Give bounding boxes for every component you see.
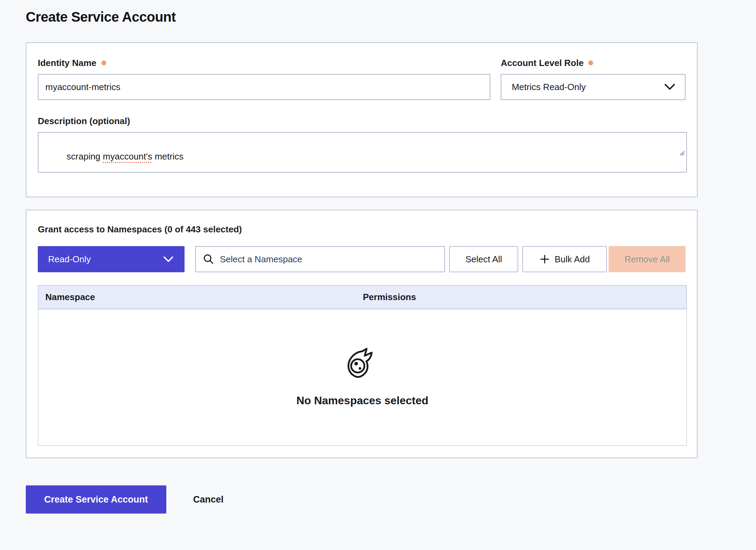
namespaces-table: Namespace Permissions No Namespaces sele…	[38, 285, 687, 446]
required-dot-icon	[588, 60, 593, 65]
account-level-role-select[interactable]: Metrics Read-Only	[501, 74, 686, 100]
plus-icon	[540, 254, 550, 264]
identity-panel: Identity Name Account Level Role Metrics…	[26, 42, 698, 197]
account-role-label-row: Account Level Role	[501, 57, 686, 68]
namespaces-heading: Grant access to Namespaces (0 of 443 sel…	[38, 224, 686, 235]
cancel-button[interactable]: Cancel	[193, 494, 224, 505]
description-label: Description (optional)	[38, 116, 130, 126]
resize-handle-icon[interactable]	[653, 136, 685, 171]
identity-name-label: Identity Name	[38, 58, 97, 68]
permission-role-selected-value: Read-Only	[48, 254, 91, 265]
bulk-add-button[interactable]: Bulk Add	[522, 246, 607, 272]
create-service-account-button[interactable]: Create Service Account	[26, 485, 166, 514]
column-header-permissions: Permissions	[363, 292, 686, 302]
permission-role-dropdown[interactable]: Read-Only	[38, 246, 185, 272]
namespaces-controls-row: Read-Only Select All	[38, 246, 686, 272]
description-label-row: Description (optional)	[38, 116, 686, 126]
identity-role-row: Identity Name Account Level Role Metrics…	[38, 57, 686, 100]
namespaces-table-body: No Namespaces selected	[38, 309, 687, 446]
select-all-button[interactable]: Select All	[449, 246, 518, 272]
namespace-search-box	[195, 246, 445, 272]
account-role-field-group: Account Level Role Metrics Read-Only	[501, 57, 686, 100]
select-all-label: Select All	[465, 254, 502, 265]
empty-state-message: No Namespaces selected	[296, 394, 428, 407]
comet-icon	[346, 348, 378, 381]
identity-name-input[interactable]	[38, 74, 490, 100]
bulk-add-label: Bulk Add	[555, 254, 590, 265]
namespaces-table-header: Namespace Permissions	[38, 285, 687, 309]
empty-state: No Namespaces selected	[296, 348, 428, 407]
description-text-after: metrics	[152, 151, 184, 162]
required-dot-icon	[101, 60, 106, 65]
column-header-namespace: Namespace	[38, 292, 363, 302]
description-textarea[interactable]: scraping myaccount's metrics	[38, 132, 687, 173]
remove-all-button[interactable]: Remove All	[609, 246, 686, 272]
chevron-down-icon	[163, 256, 174, 263]
namespaces-panel: Grant access to Namespaces (0 of 443 sel…	[26, 210, 698, 458]
identity-name-label-row: Identity Name	[38, 57, 490, 68]
footer-actions: Create Service Account Cancel	[26, 485, 698, 514]
account-role-selected-value: Metrics Read-Only	[512, 82, 586, 92]
chevron-down-icon	[664, 84, 675, 90]
namespace-search-input[interactable]	[220, 254, 438, 265]
identity-name-field-group: Identity Name	[38, 57, 490, 100]
account-role-label: Account Level Role	[501, 58, 583, 68]
create-service-account-page: Create Service Account Identity Name Acc…	[0, 0, 698, 514]
description-misspelled-word: myaccount's	[103, 151, 152, 162]
page-title: Create Service Account	[26, 9, 698, 25]
search-icon	[203, 253, 214, 265]
description-field-group: Description (optional) scraping myaccoun…	[38, 116, 686, 173]
remove-all-label: Remove All	[624, 254, 670, 265]
description-text-before: scraping	[67, 151, 103, 162]
